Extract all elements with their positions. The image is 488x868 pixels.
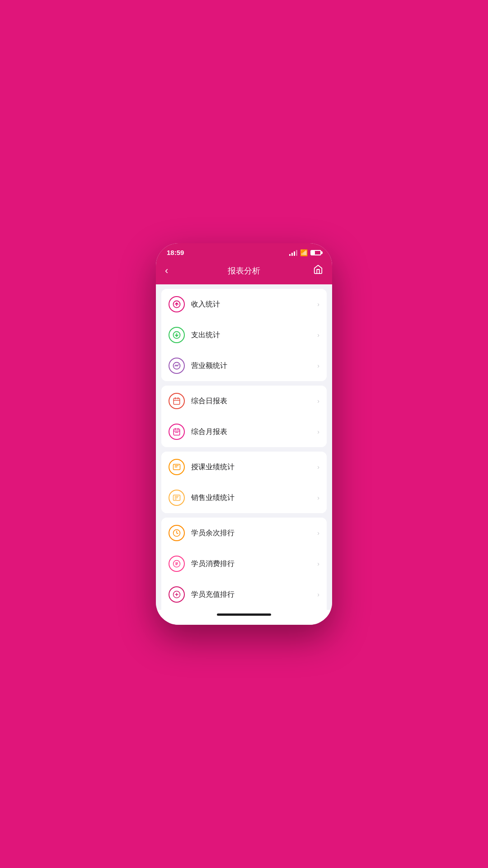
- chevron-icon: ›: [317, 463, 319, 471]
- page-title: 报表分析: [181, 265, 307, 276]
- back-button[interactable]: ‹: [165, 265, 181, 277]
- teaching-performance-label: 授课业绩统计: [191, 462, 317, 472]
- chevron-icon: ›: [317, 362, 319, 369]
- chevron-icon: ›: [317, 529, 319, 537]
- teaching-performance-icon: [169, 459, 185, 475]
- revenue-stats-item[interactable]: 营业额统计 ›: [161, 350, 327, 381]
- daily-report-label: 综合日报表: [191, 396, 317, 406]
- status-bar: 18:59 📶: [156, 243, 332, 260]
- battery-icon: [310, 250, 321, 255]
- student-consumption-item[interactable]: 学员消费排行 ›: [161, 548, 327, 579]
- home-button[interactable]: [307, 264, 323, 277]
- income-stats-icon: [169, 296, 185, 312]
- home-bar: [156, 610, 332, 625]
- expense-stats-icon: [169, 327, 185, 343]
- daily-report-item[interactable]: 综合日报表 ›: [161, 386, 327, 416]
- svg-rect-5: [174, 398, 180, 405]
- student-topup-label: 学员充值排行: [191, 590, 317, 599]
- chevron-icon: ›: [317, 397, 319, 405]
- monthly-report-icon: [169, 424, 185, 440]
- expense-stats-label: 支出统计: [191, 330, 317, 340]
- section-student-ranking: 学员余次排行 › 学员消费排行 ›: [161, 518, 327, 610]
- income-stats-item[interactable]: 收入统计 ›: [161, 289, 327, 320]
- student-remaining-item[interactable]: 学员余次排行 ›: [161, 518, 327, 548]
- sales-performance-label: 销售业绩统计: [191, 493, 317, 503]
- time-label: 18:59: [167, 249, 184, 256]
- chevron-icon: ›: [317, 331, 319, 339]
- sales-performance-icon: [169, 490, 185, 506]
- section-performance: 授课业绩统计 › 销售业绩统计 ›: [161, 452, 327, 513]
- sales-performance-item[interactable]: 销售业绩统计 ›: [161, 482, 327, 513]
- monthly-report-label: 综合月报表: [191, 427, 317, 437]
- home-indicator: [217, 613, 271, 616]
- student-remaining-label: 学员余次排行: [191, 528, 317, 538]
- teaching-performance-item[interactable]: 授课业绩统计 ›: [161, 452, 327, 482]
- header: ‹ 报表分析: [156, 260, 332, 284]
- revenue-stats-icon: [169, 358, 185, 374]
- revenue-stats-label: 营业额统计: [191, 361, 317, 371]
- student-topup-item[interactable]: 学员充值排行 ›: [161, 579, 327, 610]
- student-consumption-icon: [169, 556, 185, 572]
- section-stats: 收入统计 › 支出统计 ›: [161, 289, 327, 381]
- section-reports: 综合日报表 › 综合月报表 ›: [161, 386, 327, 447]
- chevron-icon: ›: [317, 428, 319, 435]
- status-icons: 📶: [289, 249, 321, 256]
- wifi-icon: 📶: [300, 249, 308, 256]
- chevron-icon: ›: [317, 301, 319, 308]
- signal-icon: [289, 250, 297, 256]
- student-remaining-icon: [169, 525, 185, 541]
- chevron-icon: ›: [317, 591, 319, 598]
- income-stats-label: 收入统计: [191, 300, 317, 309]
- monthly-report-item[interactable]: 综合月报表 ›: [161, 416, 327, 447]
- phone-frame: 18:59 📶 ‹ 报表分析: [156, 243, 332, 625]
- daily-report-icon: [169, 393, 185, 409]
- chevron-icon: ›: [317, 560, 319, 567]
- expense-stats-item[interactable]: 支出统计 ›: [161, 320, 327, 350]
- content-area: 收入统计 › 支出统计 ›: [156, 284, 332, 610]
- student-consumption-label: 学员消费排行: [191, 559, 317, 569]
- student-topup-icon: [169, 586, 185, 603]
- chevron-icon: ›: [317, 494, 319, 501]
